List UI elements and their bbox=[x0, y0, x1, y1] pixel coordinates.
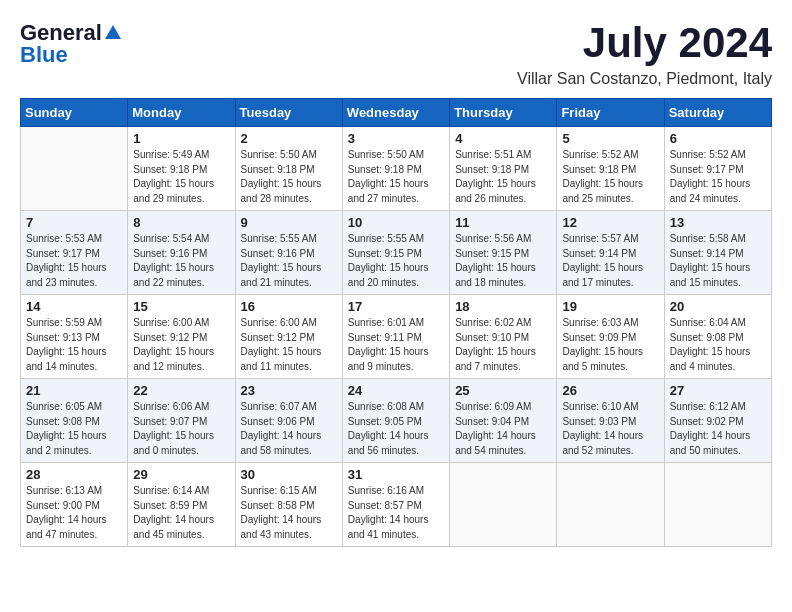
calendar-day-cell: 13Sunrise: 5:58 AM Sunset: 9:14 PM Dayli… bbox=[664, 211, 771, 295]
day-number: 11 bbox=[455, 215, 551, 230]
calendar-day-cell bbox=[450, 463, 557, 547]
day-number: 19 bbox=[562, 299, 658, 314]
weekday-header-saturday: Saturday bbox=[664, 99, 771, 127]
calendar-table: SundayMondayTuesdayWednesdayThursdayFrid… bbox=[20, 98, 772, 547]
day-info: Sunrise: 5:52 AM Sunset: 9:17 PM Dayligh… bbox=[670, 148, 766, 206]
day-number: 21 bbox=[26, 383, 122, 398]
day-number: 13 bbox=[670, 215, 766, 230]
day-number: 26 bbox=[562, 383, 658, 398]
day-info: Sunrise: 6:12 AM Sunset: 9:02 PM Dayligh… bbox=[670, 400, 766, 458]
day-number: 31 bbox=[348, 467, 444, 482]
day-number: 24 bbox=[348, 383, 444, 398]
calendar-day-cell bbox=[557, 463, 664, 547]
calendar-day-cell: 31Sunrise: 6:16 AM Sunset: 8:57 PM Dayli… bbox=[342, 463, 449, 547]
calendar-day-cell: 21Sunrise: 6:05 AM Sunset: 9:08 PM Dayli… bbox=[21, 379, 128, 463]
calendar-day-cell: 8Sunrise: 5:54 AM Sunset: 9:16 PM Daylig… bbox=[128, 211, 235, 295]
day-info: Sunrise: 5:51 AM Sunset: 9:18 PM Dayligh… bbox=[455, 148, 551, 206]
day-number: 25 bbox=[455, 383, 551, 398]
page-header: General Blue July 2024 Villar San Costan… bbox=[20, 20, 772, 88]
day-number: 12 bbox=[562, 215, 658, 230]
day-info: Sunrise: 6:04 AM Sunset: 9:08 PM Dayligh… bbox=[670, 316, 766, 374]
calendar-day-cell: 20Sunrise: 6:04 AM Sunset: 9:08 PM Dayli… bbox=[664, 295, 771, 379]
logo-blue: Blue bbox=[20, 42, 68, 68]
day-info: Sunrise: 6:00 AM Sunset: 9:12 PM Dayligh… bbox=[241, 316, 337, 374]
day-info: Sunrise: 5:54 AM Sunset: 9:16 PM Dayligh… bbox=[133, 232, 229, 290]
day-number: 17 bbox=[348, 299, 444, 314]
day-info: Sunrise: 5:58 AM Sunset: 9:14 PM Dayligh… bbox=[670, 232, 766, 290]
calendar-day-cell: 29Sunrise: 6:14 AM Sunset: 8:59 PM Dayli… bbox=[128, 463, 235, 547]
calendar-day-cell bbox=[21, 127, 128, 211]
day-info: Sunrise: 6:06 AM Sunset: 9:07 PM Dayligh… bbox=[133, 400, 229, 458]
day-number: 27 bbox=[670, 383, 766, 398]
calendar-day-cell: 16Sunrise: 6:00 AM Sunset: 9:12 PM Dayli… bbox=[235, 295, 342, 379]
day-number: 2 bbox=[241, 131, 337, 146]
calendar-day-cell: 15Sunrise: 6:00 AM Sunset: 9:12 PM Dayli… bbox=[128, 295, 235, 379]
calendar-day-cell: 28Sunrise: 6:13 AM Sunset: 9:00 PM Dayli… bbox=[21, 463, 128, 547]
calendar-day-cell: 12Sunrise: 5:57 AM Sunset: 9:14 PM Dayli… bbox=[557, 211, 664, 295]
calendar-day-cell: 23Sunrise: 6:07 AM Sunset: 9:06 PM Dayli… bbox=[235, 379, 342, 463]
day-number: 1 bbox=[133, 131, 229, 146]
day-number: 15 bbox=[133, 299, 229, 314]
day-info: Sunrise: 5:59 AM Sunset: 9:13 PM Dayligh… bbox=[26, 316, 122, 374]
day-number: 9 bbox=[241, 215, 337, 230]
day-info: Sunrise: 6:13 AM Sunset: 9:00 PM Dayligh… bbox=[26, 484, 122, 542]
calendar-day-cell: 17Sunrise: 6:01 AM Sunset: 9:11 PM Dayli… bbox=[342, 295, 449, 379]
logo-icon bbox=[105, 25, 121, 39]
weekday-header-friday: Friday bbox=[557, 99, 664, 127]
calendar-week-row: 14Sunrise: 5:59 AM Sunset: 9:13 PM Dayli… bbox=[21, 295, 772, 379]
day-info: Sunrise: 5:53 AM Sunset: 9:17 PM Dayligh… bbox=[26, 232, 122, 290]
calendar-day-cell: 6Sunrise: 5:52 AM Sunset: 9:17 PM Daylig… bbox=[664, 127, 771, 211]
day-info: Sunrise: 6:15 AM Sunset: 8:58 PM Dayligh… bbox=[241, 484, 337, 542]
day-number: 22 bbox=[133, 383, 229, 398]
calendar-day-cell: 4Sunrise: 5:51 AM Sunset: 9:18 PM Daylig… bbox=[450, 127, 557, 211]
day-number: 14 bbox=[26, 299, 122, 314]
day-number: 3 bbox=[348, 131, 444, 146]
day-number: 5 bbox=[562, 131, 658, 146]
day-info: Sunrise: 6:16 AM Sunset: 8:57 PM Dayligh… bbox=[348, 484, 444, 542]
calendar-day-cell: 1Sunrise: 5:49 AM Sunset: 9:18 PM Daylig… bbox=[128, 127, 235, 211]
day-info: Sunrise: 5:55 AM Sunset: 9:15 PM Dayligh… bbox=[348, 232, 444, 290]
calendar-day-cell: 24Sunrise: 6:08 AM Sunset: 9:05 PM Dayli… bbox=[342, 379, 449, 463]
title-area: July 2024 Villar San Costanzo, Piedmont,… bbox=[517, 20, 772, 88]
day-number: 10 bbox=[348, 215, 444, 230]
calendar-week-row: 7Sunrise: 5:53 AM Sunset: 9:17 PM Daylig… bbox=[21, 211, 772, 295]
day-number: 28 bbox=[26, 467, 122, 482]
calendar-day-cell: 3Sunrise: 5:50 AM Sunset: 9:18 PM Daylig… bbox=[342, 127, 449, 211]
day-number: 18 bbox=[455, 299, 551, 314]
calendar-day-cell: 26Sunrise: 6:10 AM Sunset: 9:03 PM Dayli… bbox=[557, 379, 664, 463]
day-number: 30 bbox=[241, 467, 337, 482]
day-info: Sunrise: 5:55 AM Sunset: 9:16 PM Dayligh… bbox=[241, 232, 337, 290]
logo: General Blue bbox=[20, 20, 121, 68]
weekday-header-monday: Monday bbox=[128, 99, 235, 127]
day-info: Sunrise: 6:09 AM Sunset: 9:04 PM Dayligh… bbox=[455, 400, 551, 458]
day-info: Sunrise: 5:50 AM Sunset: 9:18 PM Dayligh… bbox=[241, 148, 337, 206]
day-info: Sunrise: 6:03 AM Sunset: 9:09 PM Dayligh… bbox=[562, 316, 658, 374]
day-info: Sunrise: 6:02 AM Sunset: 9:10 PM Dayligh… bbox=[455, 316, 551, 374]
calendar-day-cell: 27Sunrise: 6:12 AM Sunset: 9:02 PM Dayli… bbox=[664, 379, 771, 463]
calendar-week-row: 1Sunrise: 5:49 AM Sunset: 9:18 PM Daylig… bbox=[21, 127, 772, 211]
calendar-day-cell: 9Sunrise: 5:55 AM Sunset: 9:16 PM Daylig… bbox=[235, 211, 342, 295]
weekday-header-tuesday: Tuesday bbox=[235, 99, 342, 127]
calendar-day-cell: 2Sunrise: 5:50 AM Sunset: 9:18 PM Daylig… bbox=[235, 127, 342, 211]
day-info: Sunrise: 5:50 AM Sunset: 9:18 PM Dayligh… bbox=[348, 148, 444, 206]
day-number: 16 bbox=[241, 299, 337, 314]
month-year-title: July 2024 bbox=[517, 20, 772, 66]
calendar-week-row: 21Sunrise: 6:05 AM Sunset: 9:08 PM Dayli… bbox=[21, 379, 772, 463]
calendar-day-cell: 22Sunrise: 6:06 AM Sunset: 9:07 PM Dayli… bbox=[128, 379, 235, 463]
calendar-day-cell: 14Sunrise: 5:59 AM Sunset: 9:13 PM Dayli… bbox=[21, 295, 128, 379]
calendar-day-cell: 11Sunrise: 5:56 AM Sunset: 9:15 PM Dayli… bbox=[450, 211, 557, 295]
day-info: Sunrise: 5:52 AM Sunset: 9:18 PM Dayligh… bbox=[562, 148, 658, 206]
day-number: 7 bbox=[26, 215, 122, 230]
calendar-day-cell: 7Sunrise: 5:53 AM Sunset: 9:17 PM Daylig… bbox=[21, 211, 128, 295]
day-info: Sunrise: 6:01 AM Sunset: 9:11 PM Dayligh… bbox=[348, 316, 444, 374]
day-info: Sunrise: 5:56 AM Sunset: 9:15 PM Dayligh… bbox=[455, 232, 551, 290]
day-number: 6 bbox=[670, 131, 766, 146]
day-number: 4 bbox=[455, 131, 551, 146]
calendar-day-cell: 30Sunrise: 6:15 AM Sunset: 8:58 PM Dayli… bbox=[235, 463, 342, 547]
calendar-day-cell bbox=[664, 463, 771, 547]
day-number: 29 bbox=[133, 467, 229, 482]
day-number: 8 bbox=[133, 215, 229, 230]
weekday-header-thursday: Thursday bbox=[450, 99, 557, 127]
calendar-day-cell: 25Sunrise: 6:09 AM Sunset: 9:04 PM Dayli… bbox=[450, 379, 557, 463]
day-info: Sunrise: 6:07 AM Sunset: 9:06 PM Dayligh… bbox=[241, 400, 337, 458]
